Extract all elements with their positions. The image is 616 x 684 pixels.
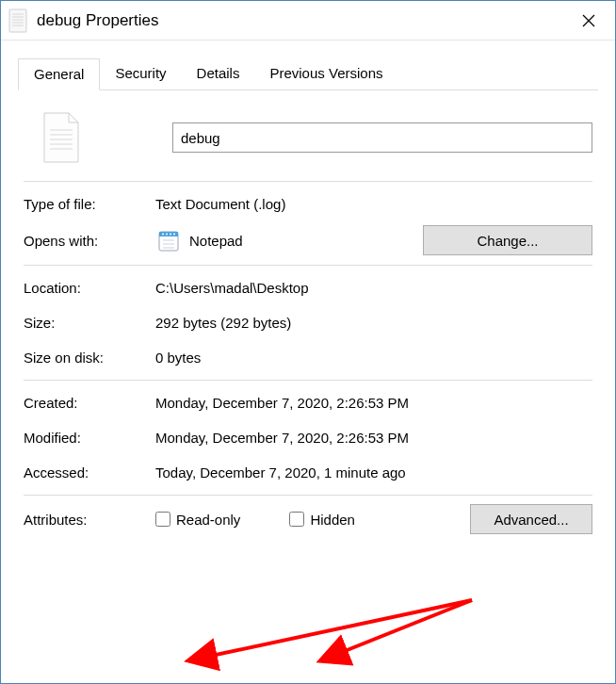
label-attributes: Attributes: <box>24 512 155 528</box>
row-size-on-disk: Size on disk: 0 bytes <box>24 344 592 370</box>
window-title: debug Properties <box>37 11 570 30</box>
tab-content: Type of file: Text Document (.log) Opens… <box>18 90 598 534</box>
row-type-of-file: Type of file: Text Document (.log) <box>24 190 592 217</box>
readonly-checkbox[interactable] <box>155 512 170 527</box>
value-size-on-disk: 0 bytes <box>155 350 592 366</box>
hidden-label: Hidden <box>310 512 355 528</box>
advanced-button[interactable]: Advanced... <box>470 504 592 534</box>
readonly-label: Read-only <box>176 512 240 528</box>
svg-line-22 <box>189 600 472 660</box>
label-size-on-disk: Size on disk: <box>24 350 155 366</box>
tab-details[interactable]: Details <box>182 58 255 90</box>
row-accessed: Accessed: Today, December 7, 2020, 1 min… <box>24 459 592 485</box>
value-location: C:\Users\madal\Desktop <box>155 280 592 296</box>
tab-security[interactable]: Security <box>100 58 181 90</box>
separator <box>24 495 592 496</box>
value-opens-with: Notepad <box>189 233 243 249</box>
filename-row <box>24 111 592 164</box>
change-button[interactable]: Change... <box>423 225 592 255</box>
svg-point-17 <box>170 234 171 236</box>
row-attributes: Attributes: Read-only Hidden Advanced... <box>24 504 592 534</box>
filename-input[interactable] <box>172 122 592 153</box>
label-created: Created: <box>24 395 155 411</box>
file-icon-large <box>41 111 82 164</box>
label-location: Location: <box>24 280 155 296</box>
tab-previous-versions[interactable]: Previous Versions <box>254 58 397 90</box>
row-location: Location: C:\Users\madal\Desktop <box>24 274 592 301</box>
svg-line-23 <box>321 600 472 660</box>
hidden-checkbox[interactable] <box>289 512 304 527</box>
separator <box>24 380 592 381</box>
label-accessed: Accessed: <box>24 464 155 480</box>
label-opens-with: Opens with: <box>24 233 155 249</box>
close-button[interactable] <box>570 7 608 35</box>
attribute-readonly[interactable]: Read-only <box>155 512 240 528</box>
titlebar: debug Properties <box>1 1 615 41</box>
file-icon-small <box>8 9 27 32</box>
separator <box>24 181 592 182</box>
notepad-icon <box>155 227 182 253</box>
row-size: Size: 292 bytes (292 bytes) <box>24 309 592 335</box>
value-size: 292 bytes (292 bytes) <box>155 315 592 331</box>
row-opens-with: Opens with: <box>24 225 592 255</box>
row-created: Created: Monday, December 7, 2020, 2:26:… <box>24 389 592 415</box>
svg-point-15 <box>162 234 164 236</box>
properties-window: debug Properties General Security Detail… <box>0 0 616 684</box>
label-size: Size: <box>24 315 155 331</box>
svg-point-18 <box>173 234 175 236</box>
svg-point-16 <box>166 234 168 236</box>
tab-general[interactable]: General <box>18 58 100 90</box>
value-created: Monday, December 7, 2020, 2:26:53 PM <box>155 395 592 411</box>
svg-rect-0 <box>9 9 26 32</box>
value-accessed: Today, December 7, 2020, 1 minute ago <box>155 464 592 480</box>
value-modified: Monday, December 7, 2020, 2:26:53 PM <box>155 430 592 446</box>
label-type-of-file: Type of file: <box>24 196 155 212</box>
tab-strip: General Security Details Previous Versio… <box>18 57 598 90</box>
separator <box>24 265 592 266</box>
client-area: General Security Details Previous Versio… <box>1 41 615 534</box>
attribute-hidden[interactable]: Hidden <box>289 512 355 528</box>
label-modified: Modified: <box>24 430 155 446</box>
row-modified: Modified: Monday, December 7, 2020, 2:26… <box>24 424 592 450</box>
value-type-of-file: Text Document (.log) <box>155 196 592 212</box>
close-icon <box>582 14 595 27</box>
